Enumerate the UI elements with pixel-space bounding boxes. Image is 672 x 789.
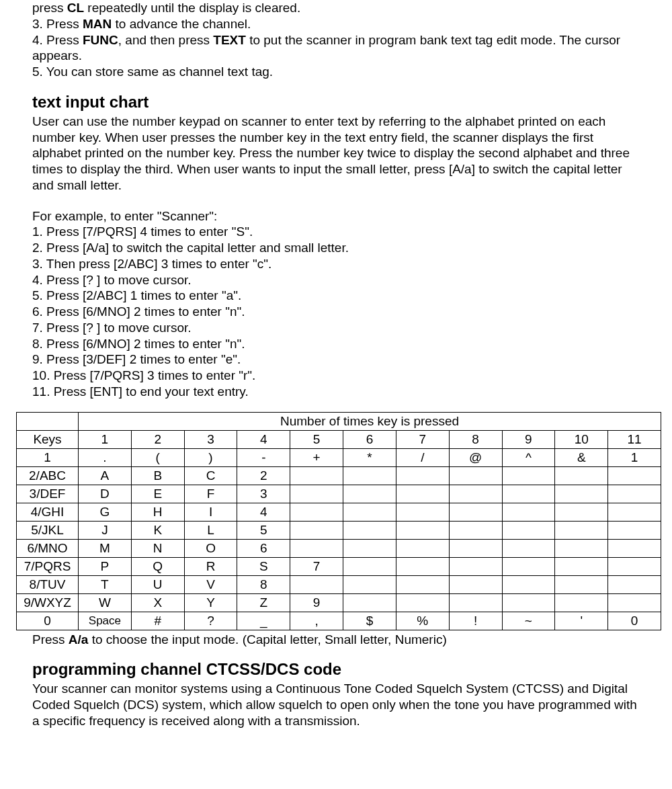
table-cell: 10 [555, 430, 608, 448]
table-cell: 3/DEF [17, 485, 79, 503]
example-step: 1. Press [7/PQRS] 4 times to enter "S". [32, 224, 640, 240]
table-cell [343, 557, 396, 575]
table-cell: T [79, 575, 132, 593]
table-cell [502, 521, 555, 539]
table-cell: 5 [237, 521, 290, 539]
table-row: 1 . ( ) - + * / @ ^ & 1 [17, 448, 661, 466]
table-row: 8/TUV T U V 8 [17, 575, 661, 593]
table-cell [449, 466, 502, 485]
table-cell: 8 [237, 575, 290, 593]
table-cell [343, 575, 396, 593]
table-cell [449, 485, 502, 503]
table-cell: @ [449, 448, 502, 466]
table-cell [396, 593, 449, 612]
table-cell: Y [184, 593, 237, 612]
table-row: Number of times key is pressed [17, 412, 661, 430]
table-cell [502, 557, 555, 575]
table-cell: 6/MNO [17, 539, 79, 557]
table-note: Press A/a to choose the input mode. (Cap… [32, 632, 640, 648]
table-cell [555, 485, 608, 503]
table-row: 5/JKL J K L 5 [17, 521, 661, 539]
table-cell [396, 539, 449, 557]
key-name: CL [67, 1, 84, 15]
example-step: 4. Press [? ] to move cursor. [32, 272, 640, 288]
table-cell: 8/TUV [17, 575, 79, 593]
table-cell: % [396, 612, 449, 630]
example-step: 6. Press [6/MNO] 2 times to enter "n". [32, 304, 640, 320]
document-body: press CL repeatedly until the display is… [32, 0, 640, 729]
table-cell [555, 521, 608, 539]
table-cell [290, 521, 343, 539]
table-cell: 7 [290, 557, 343, 575]
table-cell [343, 485, 396, 503]
table-cell: D [79, 485, 132, 503]
table-cell: F [184, 485, 237, 503]
table-cell: 8 [449, 430, 502, 448]
text: press [32, 1, 67, 15]
table-cell [449, 539, 502, 557]
table-cell: 9 [502, 430, 555, 448]
intro-step-3: 3. Press MAN to advance the channel. [32, 16, 640, 32]
table-cell: C [184, 466, 237, 485]
example-step: 2. Press [A/a] to switch the capital let… [32, 240, 640, 256]
table-cell [449, 503, 502, 521]
table-cell [449, 521, 502, 539]
table-cell: P [79, 557, 132, 575]
example-step: 10. Press [7/PQRS] 3 times to enter "r". [32, 368, 640, 384]
table-cell [555, 593, 608, 612]
table-cell: R [184, 557, 237, 575]
table-cell: Z [237, 593, 290, 612]
table-cell: V [184, 575, 237, 593]
table-cell: ~ [502, 612, 555, 630]
table-cell: 4 [237, 430, 290, 448]
table-cell: B [131, 466, 184, 485]
table-cell [343, 466, 396, 485]
table-cell [449, 557, 502, 575]
text: repeatedly until the display is cleared. [84, 1, 300, 15]
table-cell [290, 466, 343, 485]
table-cell [396, 466, 449, 485]
key-name: TEXT [213, 33, 246, 47]
table-cell: O [184, 539, 237, 557]
table-cell: 0 [608, 612, 661, 630]
text: 3. Press [32, 17, 83, 31]
table-cell: Q [131, 557, 184, 575]
table-cell: L [184, 521, 237, 539]
table-cell: W [79, 593, 132, 612]
table-cell: 9/WXYZ [17, 593, 79, 612]
table-cell: - [237, 448, 290, 466]
table-cell [290, 485, 343, 503]
table-cell [608, 539, 661, 557]
table-cell: 6 [343, 430, 396, 448]
table-cell: 5/JKL [17, 521, 79, 539]
table-cell [555, 557, 608, 575]
table-cell [343, 593, 396, 612]
table-cell: H [131, 503, 184, 521]
section-paragraph: User can use the number keypad on scanne… [32, 114, 640, 194]
table-cell: _ [237, 612, 290, 630]
table-cell [17, 412, 79, 430]
section-paragraph: Your scanner can monitor systems using a… [32, 681, 640, 729]
table-cell: Keys [17, 430, 79, 448]
table-cell: 1 [79, 430, 132, 448]
intro-step-5: 5. You can store same as channel text ta… [32, 64, 640, 80]
table-cell: J [79, 521, 132, 539]
table-cell: 2/ABC [17, 466, 79, 485]
table-cell [502, 539, 555, 557]
table-cell: ^ [502, 448, 555, 466]
table-cell [396, 521, 449, 539]
table-cell [608, 575, 661, 593]
table-cell [290, 575, 343, 593]
key-name: MAN [83, 17, 112, 31]
section-heading-text-input-chart: text input chart [32, 92, 640, 112]
table-cell [343, 521, 396, 539]
example-step: 7. Press [? ] to move cursor. [32, 320, 640, 336]
table-cell: 6 [237, 539, 290, 557]
table-cell [502, 466, 555, 485]
intro-step-4: 4. Press FUNC, and then press TEXT to pu… [32, 32, 640, 65]
table-cell: 1 [17, 448, 79, 466]
table-cell: 7/PQRS [17, 557, 79, 575]
text: to choose the input mode. (Capital lette… [88, 632, 446, 647]
table-cell: 7 [396, 430, 449, 448]
table-cell: # [131, 612, 184, 630]
